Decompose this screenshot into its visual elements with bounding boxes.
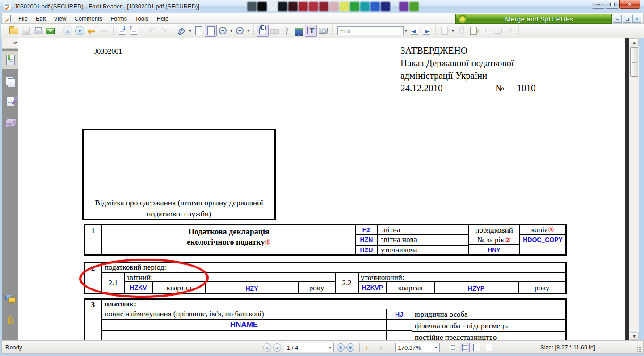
- year-label-1: року: [299, 282, 335, 293]
- next-view-button[interactable]: →: [98, 25, 110, 37]
- pencil-tool-button[interactable]: [438, 25, 450, 37]
- search-button[interactable]: [293, 25, 305, 37]
- menu-tools[interactable]: Tools: [131, 14, 152, 23]
- field-hzkvp[interactable]: HZKVP: [359, 282, 387, 293]
- field-hzy[interactable]: HZY: [206, 282, 299, 293]
- find-previous-button[interactable]: ◄: [408, 25, 421, 37]
- layers-panel-tab[interactable]: [2, 112, 18, 131]
- footnote-1: ①: [265, 238, 271, 246]
- single-page-layout-button[interactable]: [448, 343, 458, 352]
- comments-panel-tab[interactable]: [2, 92, 18, 111]
- fit-page-button[interactable]: [205, 25, 217, 37]
- attachments-tab[interactable]: [2, 311, 18, 330]
- attach-tool-button[interactable]: [455, 25, 467, 37]
- field-hzn[interactable]: HZN: [356, 235, 378, 244]
- zoom-level-combo[interactable]: 170.37% ▾: [395, 343, 440, 352]
- fit-width-button[interactable]: [193, 25, 205, 37]
- select-text-button[interactable]: T: [305, 25, 317, 37]
- window-minimize-button[interactable]: –: [592, 0, 605, 9]
- toolbar-separator: [142, 25, 144, 36]
- zoom-in-dropdown[interactable]: ▾: [246, 25, 251, 37]
- next-page-status-button[interactable]: ▼: [337, 343, 345, 352]
- vertical-scrollbar[interactable]: ▲ ▼: [629, 38, 639, 340]
- zoom-out-button[interactable]: −: [217, 25, 229, 37]
- zoom-out-dropdown[interactable]: ▾: [229, 25, 234, 37]
- open-file-button[interactable]: [8, 25, 20, 37]
- comments-list-tab[interactable]: [2, 289, 18, 308]
- bookmarks-icon: [6, 55, 15, 65]
- snapshot-button[interactable]: [317, 25, 329, 37]
- pencil-tool-dropdown[interactable]: ▾: [450, 25, 455, 37]
- menu-file[interactable]: File: [14, 14, 32, 23]
- field-hny[interactable]: HNY: [469, 245, 519, 254]
- email-button[interactable]: [44, 25, 56, 37]
- select-annotation-button[interactable]: [281, 25, 293, 37]
- redo-button[interactable]: ↷: [158, 25, 170, 37]
- window-close-button[interactable]: ×: [619, 0, 640, 9]
- undo-button[interactable]: ↶: [146, 25, 158, 37]
- save-button[interactable]: [20, 25, 32, 37]
- open-folder-icon: [9, 28, 18, 34]
- magnifier-glasses-button[interactable]: [269, 25, 281, 37]
- bookmarks-panel-tab[interactable]: [2, 51, 18, 69]
- scroll-down-button[interactable]: ▼: [630, 332, 639, 340]
- first-page-status-button[interactable]: ▲: [263, 343, 271, 352]
- find-dropdown[interactable]: ▾: [404, 25, 408, 37]
- menu-help[interactable]: Help: [152, 14, 173, 23]
- hand-tool-button[interactable]: [257, 25, 269, 37]
- doc-restore-button[interactable]: [623, 15, 631, 23]
- page-combo-dropdown-icon: ▾: [327, 343, 333, 352]
- menu-forms[interactable]: Forms: [106, 14, 131, 23]
- pdf-page[interactable]: J0302001 ЗАТВЕРДЖЕНО Наказ Державної под…: [18, 38, 625, 340]
- split-pdf-button[interactable]: ↑: [128, 25, 140, 37]
- scrollbar-thumb[interactable]: [630, 47, 638, 77]
- print-button[interactable]: [32, 25, 44, 37]
- main-area: » J0302001: [0, 38, 644, 340]
- binoculars-icon: [295, 28, 303, 34]
- page-number-combo[interactable]: 1 / 4 ▾: [284, 343, 334, 352]
- field-hdoc-copy[interactable]: HDOC_COPY: [520, 235, 565, 243]
- note-comment-button[interactable]: [492, 25, 504, 37]
- merge-split-pdfs-banner[interactable]: Merge and Split PDFs: [455, 14, 612, 24]
- doc-close-button[interactable]: ×: [632, 15, 641, 23]
- share-button[interactable]: ↗: [504, 25, 516, 37]
- facing-layout-button[interactable]: [472, 343, 482, 352]
- doc-minimize-button[interactable]: –: [613, 15, 622, 23]
- menu-comments[interactable]: Comments: [70, 14, 106, 23]
- toolbar: ▲ ▼ ← → ↓ ↑ ↶ ↷ + ▾ − ▾ + ▾ T ▾ ◄ ►: [1, 24, 644, 38]
- zoom-tool-button[interactable]: +: [176, 25, 188, 37]
- document-content: J0302001 ЗАТВЕРДЖЕНО Наказ Державної под…: [18, 38, 625, 340]
- previous-view-button[interactable]: ←: [86, 25, 98, 37]
- row3-number: 3: [85, 300, 102, 340]
- find-input[interactable]: [337, 26, 404, 35]
- resize-grip[interactable]: [636, 347, 642, 352]
- field-hnr[interactable]: HNR: [387, 331, 412, 340]
- form-tool-button[interactable]: [467, 25, 480, 37]
- menu-edit[interactable]: Edit: [32, 14, 50, 23]
- field-hzyp[interactable]: HZYP: [435, 282, 519, 293]
- window-maximize-button[interactable]: [606, 0, 619, 9]
- zoom-tool-dropdown[interactable]: ▾: [188, 25, 193, 37]
- previous-page-status-button[interactable]: ▲: [273, 343, 281, 352]
- merge-pdf-button[interactable]: ↓: [116, 25, 128, 37]
- sidebar-expand-button[interactable]: »: [2, 38, 18, 49]
- scroll-up-button[interactable]: ▲: [630, 38, 639, 46]
- field-hj[interactable]: HJ: [387, 309, 412, 320]
- continuous-layout-button[interactable]: [460, 343, 470, 352]
- menu-view[interactable]: View: [50, 14, 70, 23]
- footnote-3: ③: [548, 225, 554, 234]
- find-next-button[interactable]: ►: [421, 25, 433, 37]
- payer-name-label: повне найменування (прізвище, ім'я, по б…: [102, 309, 386, 320]
- last-page-button[interactable]: ▼: [74, 25, 86, 37]
- previous-view-status-button[interactable]: ←: [365, 344, 371, 352]
- field-hz[interactable]: HZ: [356, 225, 378, 234]
- first-page-button[interactable]: ▲: [62, 25, 74, 37]
- continuous-facing-layout-button[interactable]: [484, 343, 494, 352]
- next-view-status-button[interactable]: →: [376, 344, 382, 352]
- typewriter-button[interactable]: T: [480, 25, 492, 37]
- last-page-status-button[interactable]: ▼: [346, 343, 354, 352]
- zoom-in-button[interactable]: +: [234, 25, 246, 37]
- field-hname[interactable]: HNAME: [102, 320, 386, 331]
- pages-panel-tab[interactable]: [2, 72, 18, 91]
- field-hzu[interactable]: HZU: [356, 246, 378, 254]
